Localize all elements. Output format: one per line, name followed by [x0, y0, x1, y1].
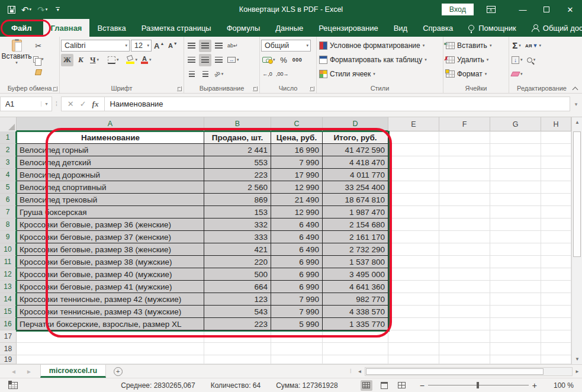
cell-D12[interactable]: 3 495 000: [323, 268, 388, 281]
font-size-combo[interactable]: 12▾: [131, 40, 152, 52]
cell-H12[interactable]: [541, 268, 571, 281]
cell-A8[interactable]: Кроссовки беговые, размер 36 (женские): [17, 219, 204, 231]
cell-G10[interactable]: [490, 243, 541, 256]
cell-F1[interactable]: [439, 131, 490, 144]
cell-F5[interactable]: [439, 181, 490, 194]
cell-F4[interactable]: [439, 169, 490, 181]
zoom-in-button[interactable]: +: [529, 381, 541, 390]
column-header-C[interactable]: C: [271, 117, 323, 131]
insert-function-icon[interactable]: fx: [92, 99, 99, 109]
maximize-button[interactable]: [535, 0, 558, 19]
cell-E9[interactable]: [388, 231, 439, 243]
cell-D4[interactable]: 4 011 770: [323, 169, 388, 181]
cancel-formula-icon[interactable]: ✕: [67, 99, 74, 108]
alignment-dialog-launcher-icon[interactable]: [253, 86, 258, 91]
cell-C6[interactable]: 21 490: [271, 194, 323, 206]
decrease-font-button[interactable]: A▼: [166, 40, 179, 52]
cell-C17[interactable]: [271, 330, 323, 343]
delete-cells-button[interactable]: Удалить▾: [445, 53, 507, 67]
font-dialog-launcher-icon[interactable]: [177, 86, 182, 91]
cell-G16[interactable]: [490, 318, 541, 330]
cell-A11[interactable]: Кроссовки беговые, размер 38 (мужские): [17, 256, 204, 268]
cell-C14[interactable]: 7 990: [271, 293, 323, 306]
cell-D8[interactable]: 2 154 680: [323, 219, 388, 231]
cell-G12[interactable]: [490, 268, 541, 281]
cell-A13[interactable]: Кроссовки беговые, размер 41 (мужские): [17, 281, 204, 293]
cell-E18[interactable]: [388, 343, 439, 355]
cell-F2[interactable]: [439, 144, 490, 156]
column-header-H[interactable]: H: [541, 117, 571, 131]
increase-font-button[interactable]: A▲: [153, 40, 165, 52]
cell-B4[interactable]: 223: [204, 169, 271, 181]
cell-D16[interactable]: 1 335 770: [323, 318, 388, 330]
cell-F14[interactable]: [439, 293, 490, 306]
sheet-tab-active[interactable]: microexcel.ru: [40, 365, 106, 378]
cell-G19[interactable]: [490, 355, 541, 364]
cell-H1[interactable]: [541, 131, 571, 144]
ribbon-tab-4[interactable]: Формулы: [219, 19, 268, 37]
zoom-slider-thumb[interactable]: [477, 382, 479, 388]
percent-style-button[interactable]: %: [278, 54, 290, 66]
cell-A17[interactable]: [17, 330, 204, 343]
scrollbar-resize-handle[interactable]: ⁞: [350, 368, 352, 374]
cell-G17[interactable]: [490, 330, 541, 343]
cell-C11[interactable]: 6 990: [271, 256, 323, 268]
cell-C8[interactable]: 6 490: [271, 219, 323, 231]
cell-C4[interactable]: 17 990: [271, 169, 323, 181]
wrap-text-button[interactable]: ab↵: [226, 40, 239, 52]
cell-C15[interactable]: 7 990: [271, 306, 323, 318]
cell-H17[interactable]: [541, 330, 571, 343]
align-center-button[interactable]: [199, 54, 211, 66]
zoom-out-button[interactable]: −: [416, 381, 428, 390]
cell-F15[interactable]: [439, 306, 490, 318]
cell-G18[interactable]: [490, 343, 541, 355]
row-header-18[interactable]: 18: [0, 343, 17, 355]
sheet-nav-left-icon[interactable]: ◄: [11, 368, 17, 375]
row-header-1[interactable]: 1: [0, 131, 17, 144]
minimize-button[interactable]: —: [511, 0, 535, 19]
undo-button[interactable]: ↶▾: [20, 2, 33, 17]
cut-button[interactable]: ✂: [32, 40, 45, 52]
cell-C2[interactable]: 16 990: [271, 144, 323, 156]
cell-A15[interactable]: Кроссовки теннисные, размер 43 (мужские): [17, 306, 204, 318]
cell-E5[interactable]: [388, 181, 439, 194]
cell-G8[interactable]: [490, 219, 541, 231]
cell-G13[interactable]: [490, 281, 541, 293]
row-header-19[interactable]: 19: [0, 355, 17, 364]
column-header-G[interactable]: G: [490, 117, 541, 131]
cell-C19[interactable]: [271, 355, 323, 364]
cell-D14[interactable]: 982 770: [323, 293, 388, 306]
cell-B18[interactable]: [204, 343, 271, 355]
cell-B3[interactable]: 553: [204, 156, 271, 169]
cell-D10[interactable]: 2 732 290: [323, 243, 388, 256]
cell-H3[interactable]: [541, 156, 571, 169]
cell-A4[interactable]: Велосипед дорожный: [17, 169, 204, 181]
align-bottom-button[interactable]: [213, 40, 225, 52]
formula-input[interactable]: Наименование: [105, 97, 570, 111]
cell-A7[interactable]: Груша боксерская: [17, 206, 204, 219]
cell-A3[interactable]: Велосипед детский: [17, 156, 204, 169]
page-break-view-button[interactable]: [396, 380, 408, 391]
row-header-7[interactable]: 7: [0, 206, 17, 219]
row-header-15[interactable]: 15: [0, 306, 17, 318]
select-all-corner[interactable]: [0, 117, 17, 131]
borders-button[interactable]: ▾: [107, 54, 120, 66]
cell-B12[interactable]: 500: [204, 268, 271, 281]
cell-F9[interactable]: [439, 231, 490, 243]
cell-B8[interactable]: 332: [204, 219, 271, 231]
row-header-17[interactable]: 17: [0, 330, 17, 343]
cell-A16[interactable]: Перчатки боксерские, взрослые, размер XL: [17, 318, 204, 330]
row-header-3[interactable]: 3: [0, 156, 17, 169]
cell-D1[interactable]: Итого, руб.: [323, 131, 388, 144]
name-box[interactable]: A1 ▾: [0, 97, 52, 111]
ribbon-tab-1[interactable]: Главная: [43, 19, 90, 37]
format-as-table-button[interactable]: Форматировать как таблицу▾: [318, 53, 442, 67]
horizontal-scroll-thumb[interactable]: [366, 368, 544, 375]
column-header-A[interactable]: A: [17, 117, 204, 131]
cell-G1[interactable]: [490, 131, 541, 144]
row-header-8[interactable]: 8: [0, 219, 17, 231]
cell-E8[interactable]: [388, 219, 439, 231]
cell-B1[interactable]: Продано, шт.: [204, 131, 271, 144]
cell-B11[interactable]: 220: [204, 256, 271, 268]
tab-assistant[interactable]: Помощник: [461, 19, 524, 37]
